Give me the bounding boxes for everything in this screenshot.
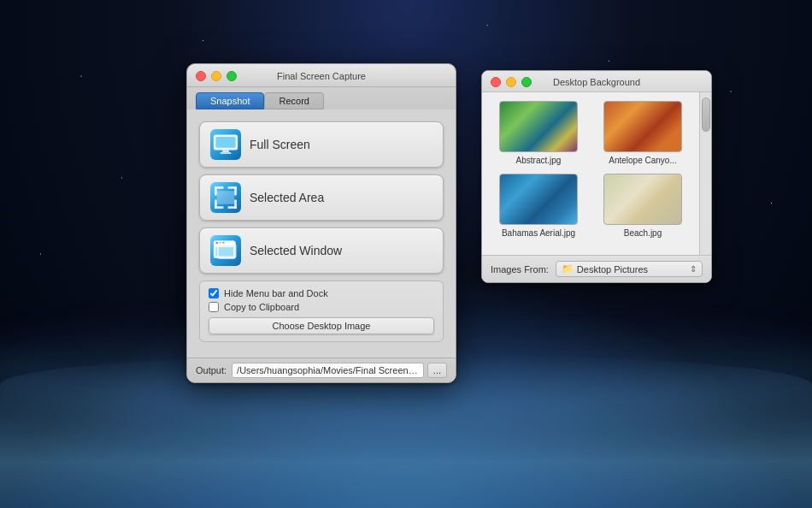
svg-rect-7 xyxy=(234,186,237,195)
db-item-beach: Beach.jpg xyxy=(595,174,691,238)
window-icon xyxy=(210,235,241,266)
db-image-grid: Abstract.jpg Antelope Canyo... Bahamas A… xyxy=(491,101,691,238)
db-source-selector[interactable]: 📁 Desktop Pictures ⇕ xyxy=(556,261,703,277)
copy-clipboard-row: Copy to Clipboard xyxy=(209,302,434,312)
tab-bar: Snapshot Record xyxy=(187,87,456,109)
db-item-antelope: Antelope Canyo... xyxy=(595,101,691,165)
svg-rect-12 xyxy=(217,191,235,204)
window-body: Full Screen Selected Area xyxy=(187,109,456,357)
area-svg xyxy=(210,182,241,213)
db-thumb-beach[interactable] xyxy=(603,174,682,225)
svg-point-15 xyxy=(215,242,218,245)
db-content-area: Abstract.jpg Antelope Canyo... Bahamas A… xyxy=(482,92,711,255)
db-source-arrow-icon: ⇕ xyxy=(690,264,697,274)
output-row: Output: /Users/huangsophia/Movies/Final … xyxy=(187,357,456,382)
selected-area-label: Selected Area xyxy=(250,191,324,204)
copy-clipboard-checkbox[interactable] xyxy=(209,302,219,312)
db-minimize-button[interactable] xyxy=(506,77,516,87)
svg-rect-2 xyxy=(222,150,229,152)
folder-icon: 📁 xyxy=(562,263,574,275)
db-label-bahamas: Bahamas Aerial.jpg xyxy=(502,228,575,238)
fullscreen-icon xyxy=(210,129,241,160)
svg-rect-1 xyxy=(215,137,235,148)
selected-area-button[interactable]: Selected Area xyxy=(199,174,444,221)
db-window-title: Desktop Background xyxy=(553,77,640,87)
selected-window-label: Selected Window xyxy=(250,244,342,257)
full-screen-label: Full Screen xyxy=(250,138,310,151)
db-label-abstract: Abstract.jpg xyxy=(516,156,562,165)
tab-record[interactable]: Record xyxy=(264,92,323,109)
db-scroll-thumb[interactable] xyxy=(702,97,710,132)
db-source-name: Desktop Pictures xyxy=(577,264,690,275)
svg-rect-5 xyxy=(215,186,217,195)
window-titlebar: Final Screen Capture xyxy=(187,64,456,87)
db-images-from-label: Images From: xyxy=(491,264,549,275)
db-titlebar: Desktop Background xyxy=(482,71,711,92)
tab-snapshot[interactable]: Snapshot xyxy=(196,92,264,109)
db-thumb-abstract[interactable] xyxy=(499,101,578,152)
db-item-bahamas: Bahamas Aerial.jpg xyxy=(491,174,586,238)
output-browse-button[interactable]: ... xyxy=(427,363,447,378)
copy-clipboard-label[interactable]: Copy to Clipboard xyxy=(224,302,299,312)
db-label-antelope: Antelope Canyo... xyxy=(609,156,677,165)
db-traffic-lights xyxy=(491,77,532,87)
svg-rect-11 xyxy=(234,200,237,209)
desktop-background-window: Desktop Background Abstract.jpg Antelope… xyxy=(481,70,712,283)
db-thumb-bahamas[interactable] xyxy=(499,174,578,225)
db-item-abstract: Abstract.jpg xyxy=(491,101,586,165)
selected-window-button[interactable]: Selected Window xyxy=(199,227,444,274)
hide-menu-bar-checkbox[interactable] xyxy=(209,288,219,298)
db-label-beach: Beach.jpg xyxy=(624,228,662,238)
output-label: Output: xyxy=(196,365,227,375)
hide-menu-bar-label[interactable]: Hide Menu bar and Dock xyxy=(224,288,328,298)
area-icon xyxy=(210,182,241,213)
db-close-button[interactable] xyxy=(491,77,501,87)
minimize-button[interactable] xyxy=(211,71,221,81)
hide-menu-bar-row: Hide Menu bar and Dock xyxy=(209,288,434,298)
db-thumb-antelope[interactable] xyxy=(603,101,682,152)
monitor-svg xyxy=(210,129,241,160)
full-screen-button[interactable]: Full Screen xyxy=(199,121,444,168)
db-maximize-button[interactable] xyxy=(521,77,532,87)
db-body: Abstract.jpg Antelope Canyo... Bahamas A… xyxy=(482,92,711,255)
svg-rect-9 xyxy=(215,200,217,209)
db-footer: Images From: 📁 Desktop Pictures ⇕ xyxy=(482,255,711,282)
close-button[interactable] xyxy=(196,71,206,81)
options-section: Hide Menu bar and Dock Copy to Clipboard… xyxy=(199,281,444,342)
svg-rect-3 xyxy=(221,152,232,154)
window-svg xyxy=(210,235,241,266)
choose-desktop-image-button[interactable]: Choose Desktop Image xyxy=(209,317,434,334)
output-path: /Users/huangsophia/Movies/Final Screen C… xyxy=(232,363,424,378)
main-window: Final Screen Capture Snapshot Record Ful… xyxy=(186,63,456,383)
db-scrollbar[interactable] xyxy=(699,92,711,255)
maximize-button[interactable] xyxy=(227,71,237,81)
traffic-lights xyxy=(196,71,237,81)
window-title: Final Screen Capture xyxy=(277,71,366,81)
